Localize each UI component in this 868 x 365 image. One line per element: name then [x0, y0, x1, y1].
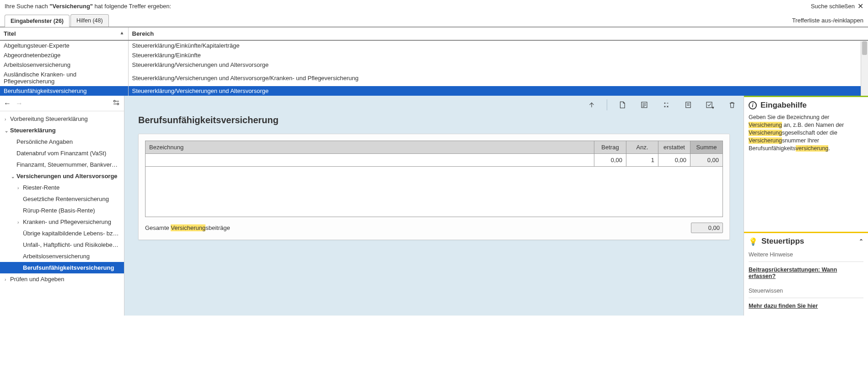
cell-bezeichnung[interactable] [146, 154, 594, 166]
nav-item-label: Steuererklärung [10, 127, 56, 134]
list-icon[interactable] [637, 99, 651, 110]
col-anz[interactable]: Anz. [626, 141, 658, 153]
nav-back-button[interactable]: ← [4, 99, 11, 108]
results-row[interactable]: Ausländische Kranken- und Pflegeversiche… [0, 70, 868, 86]
tips-title-label: Steuertipps [761, 237, 804, 246]
nav-item-label: Rürup-Rente (Basis-Rente) [23, 207, 95, 214]
tab-eingabefenster[interactable]: Eingabefenster (26) [5, 15, 70, 27]
chevron-down-icon: ⌄ [5, 128, 10, 133]
nav-item-label: Unfall-, Haftpflicht- und Risikolebensve… [23, 241, 124, 248]
tips-link-beitrag[interactable]: Beitragsrückerstattungen: Wann erfassen? [749, 264, 863, 282]
grid-empty-area[interactable] [146, 166, 722, 217]
nav-item[interactable]: Datenabruf vom Finanzamt (VaSt) [0, 147, 124, 159]
nav-item-label: Datenabruf vom Finanzamt (VaSt) [16, 150, 106, 157]
col-header-bereich[interactable]: Bereich [128, 27, 868, 40]
note-icon[interactable] [681, 99, 695, 110]
center-panel: ▾ Berufsunfähigkeitsversicherung Bezeich… [124, 96, 744, 316]
cell-anz[interactable]: 1 [626, 154, 658, 166]
left-nav: ← → ›Vorbereitung Steuererklärung⌄Steuer… [0, 96, 124, 316]
scrollbar-thumb[interactable] [862, 41, 867, 55]
nav-item-label: Gesetzliche Rentenversicherung [23, 196, 109, 202]
grid-row[interactable]: 0,00 1 0,00 0,00 [146, 153, 722, 166]
help-text: Geben Sie die Bezeichnung der Versicheru… [749, 114, 863, 152]
nav-item[interactable]: Rürup-Rente (Basis-Rente) [0, 205, 124, 216]
sort-asc-icon: ▲ [120, 30, 124, 35]
results-row[interactable]: ArbeitslosenversicherungSteuererklärung/… [0, 60, 868, 70]
nav-item[interactable]: ›Prüfen und Abgeben [0, 273, 124, 285]
nav-item[interactable]: Arbeitslosenversicherung [0, 251, 124, 262]
chevron-down-icon: ⌄ [11, 174, 16, 179]
cell-betrag[interactable]: 0,00 [594, 154, 626, 166]
help-title: i Eingabehilfe [749, 101, 863, 110]
nav-item-label: Kranken- und Pflegeversicherung [23, 218, 111, 225]
nav-item[interactable]: ›Kranken- und Pflegeversicherung [0, 216, 124, 228]
results-cell-bereich: Steuererklärung/Einkünfte/Kapitalerträge [128, 40, 868, 50]
nav-item-label: Versicherungen und Altersvorsorge [16, 173, 118, 180]
nav-item[interactable]: Gesetzliche Rentenversicherung [0, 193, 124, 205]
trash-icon[interactable] [725, 99, 739, 110]
nav-settings-button[interactable] [112, 98, 120, 108]
close-icon: ✕ [857, 2, 863, 11]
total-row: Gesamte Versicherungsbeiträge 0,00 [145, 223, 723, 233]
nav-item[interactable]: Übrige kapitalbildende Lebens- bzw. Rent… [0, 228, 124, 239]
bulb-icon: 💡 [749, 237, 758, 246]
right-panel: i Eingabehilfe Geben Sie die Bezeichnung… [744, 96, 868, 316]
nav-forward-button[interactable]: → [16, 99, 23, 108]
grid-header: Bezeichnung Betrag Anz. erstattet Summe [146, 141, 722, 153]
tips-section: 💡 Steuertipps ⌃ Weitere Hinweise Beitrag… [744, 232, 868, 316]
results-scrollbar[interactable] [861, 41, 868, 96]
results-cell-bereich: Steuererklärung/Versicherungen und Alter… [128, 70, 868, 86]
tips-header[interactable]: 💡 Steuertipps ⌃ [749, 237, 863, 246]
results-cell-bereich: Steuererklärung/Versicherungen und Alter… [128, 60, 868, 70]
info-icon: i [749, 101, 757, 109]
search-close-label: Suche schließen [811, 3, 855, 10]
chevron-right-icon: › [5, 277, 10, 282]
page-icon[interactable] [615, 99, 629, 110]
nav-item-label: Arbeitslosenversicherung [23, 253, 90, 260]
search-message: Ihre Suche nach "Versicherung" hat folge… [5, 3, 811, 10]
results-row[interactable]: BerufsunfähigkeitsversicherungSteuererkl… [0, 86, 868, 96]
svg-rect-18 [706, 102, 712, 108]
cell-summe: 0,00 [690, 154, 722, 166]
col-bezeichnung[interactable]: Bezeichnung [146, 141, 594, 153]
col-summe[interactable]: Summe [690, 141, 722, 153]
nav-item[interactable]: Persönliche Angaben [0, 136, 124, 147]
nav-item[interactable]: Berufsunfähigkeitsversicherung [0, 262, 124, 273]
nav-item-label: Riester-Rente [23, 184, 59, 191]
nav-item-label: Vorbereitung Steuererklärung [10, 115, 88, 122]
svg-point-0 [113, 100, 115, 102]
form-card: Bezeichnung Betrag Anz. erstattet Summe … [138, 134, 730, 240]
search-close-button[interactable]: Suche schließen ✕ [811, 2, 863, 11]
calc-icon[interactable] [659, 99, 673, 110]
results-row[interactable]: AbgeordnetenbezügeSteuererklärung/Einkün… [0, 50, 868, 60]
col-betrag[interactable]: Betrag [594, 141, 626, 153]
divider [749, 298, 863, 298]
results-row[interactable]: Abgeltungsteuer-ExperteSteuererklärung/E… [0, 40, 868, 50]
chevron-up-icon: ⌃ [859, 238, 863, 245]
col-erstattet[interactable]: erstattet [658, 141, 690, 153]
tab-row: Eingabefenster (26) Hilfen (48) Trefferl… [0, 14, 868, 27]
chevron-right-icon: › [5, 117, 10, 122]
nav-item[interactable]: ⌄Versicherungen und Altersvorsorge [0, 170, 124, 182]
help-title-label: Eingabehilfe [760, 101, 807, 110]
tips-link-mehr[interactable]: Mehr dazu finden Sie hier [749, 300, 863, 312]
cell-erstattet[interactable]: 0,00 [658, 154, 690, 166]
col-header-titel[interactable]: Titel▲ [0, 27, 128, 40]
check-icon[interactable]: ▾ [703, 99, 717, 110]
search-term: "Versicherung" [49, 3, 93, 10]
nav-item[interactable]: ›Vorbereitung Steuererklärung [0, 113, 124, 125]
data-grid: Bezeichnung Betrag Anz. erstattet Summe … [145, 141, 723, 217]
tab-hilfen[interactable]: Hilfen (48) [70, 14, 109, 27]
help-section: i Eingabehilfe Geben Sie die Bezeichnung… [744, 96, 868, 157]
up-icon[interactable] [585, 99, 598, 110]
results-wrap: Titel▲ Bereich Abgeltungsteuer-ExperteSt… [0, 27, 868, 96]
nav-item-label: Übrige kapitalbildende Lebens- bzw. Rent… [23, 230, 124, 237]
results-table: Titel▲ Bereich Abgeltungsteuer-ExperteSt… [0, 27, 868, 96]
chevron-right-icon: › [17, 220, 23, 225]
search-bar: Ihre Suche nach "Versicherung" hat folge… [0, 0, 868, 12]
nav-item[interactable]: Finanzamt, Steuernummer, Bankverbindung [0, 159, 124, 170]
nav-item[interactable]: Unfall-, Haftpflicht- und Risikolebensve… [0, 239, 124, 251]
nav-item[interactable]: ⌄Steuererklärung [0, 125, 124, 136]
collapse-results-link[interactable]: Trefferliste aus-/einklappen [792, 17, 863, 27]
nav-item[interactable]: ›Riester-Rente [0, 182, 124, 193]
